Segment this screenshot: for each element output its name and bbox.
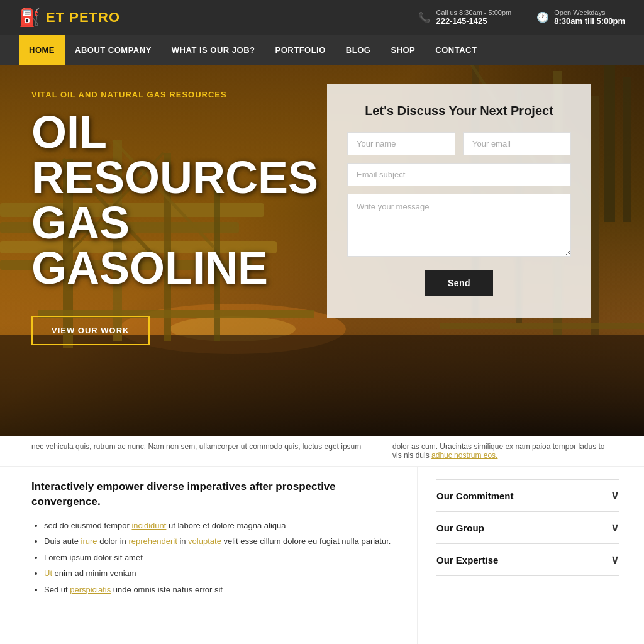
svg-rect-25	[440, 323, 644, 329]
accordion-item-group[interactable]: Our Group ∨	[436, 512, 619, 544]
phone-label: Call us 8:30am - 5:00pm	[436, 9, 511, 16]
phone-number: 222-145-1425	[436, 16, 511, 26]
subject-row	[347, 163, 571, 186]
nav-item-job[interactable]: WHAT IS OUR JOB?	[162, 35, 265, 65]
phone-info: 📞 Call us 8:30am - 5:00pm 222-145-1425	[418, 9, 511, 26]
logo-icon: ⛽	[19, 9, 41, 26]
logo: ⛽ ET PETRO	[19, 9, 120, 26]
hero-content: VITAL OIL AND NATURAL GAS RESOURCES OIL …	[0, 65, 327, 370]
send-button[interactable]: Send	[425, 270, 493, 296]
list-item: sed do eiusmod tempor incididunt ut labo…	[44, 519, 392, 532]
nav-item-contact[interactable]: CONTACT	[425, 35, 487, 65]
message-textarea[interactable]	[347, 194, 571, 257]
form-name-email-row	[347, 132, 571, 155]
hero-title: OIL RESOURCES GAS GASOLINE	[31, 109, 302, 291]
view-our-work-button[interactable]: VIEW OUR WORK	[31, 316, 150, 345]
clock-icon: 🕐	[536, 11, 549, 23]
lorem-link[interactable]: adhuc nostrum eos.	[431, 451, 497, 460]
contact-form-heading: Let's Discuss Your Next Project	[347, 104, 571, 118]
lower-left: Interactively empower diverse imperative…	[0, 467, 418, 644]
top-bar: ⛽ ET PETRO 📞 Call us 8:30am - 5:00pm 222…	[0, 0, 644, 35]
list-link-2c[interactable]: voluptate	[188, 536, 221, 546]
nav-item-blog[interactable]: BLOG	[336, 35, 381, 65]
contact-info: 📞 Call us 8:30am - 5:00pm 222-145-1425 🕐…	[418, 9, 625, 26]
list-link-2b[interactable]: reprehenderit	[128, 536, 177, 546]
lorem-cut-bar: nec vehicula quis, rutrum ac nunc. Nam n…	[0, 436, 644, 467]
lower-right: Our Commitment ∨ Our Group ∨ Our Experti…	[418, 467, 644, 644]
hours-label: Open Weekdays	[554, 9, 625, 16]
accordion-title-group: Our Group	[436, 523, 484, 533]
accordion-item-commitment[interactable]: Our Commitment ∨	[436, 479, 619, 512]
accordion-title-expertise: Our Expertise	[436, 555, 498, 565]
hero-subtitle: VITAL OIL AND NATURAL GAS RESOURCES	[31, 90, 302, 99]
list-item: Ut enim ad minim veniam	[44, 567, 392, 580]
logo-text: ET PETRO	[46, 9, 120, 26]
main-paragraph-heading: Interactively empower diverse imperative…	[31, 479, 392, 509]
lorem-text-right: dolor as cum. Uracintas similique ex nam…	[386, 442, 613, 460]
phone-icon: 📞	[418, 11, 431, 23]
list-link-5[interactable]: perspiciatis	[70, 585, 111, 594]
accordion-item-expertise[interactable]: Our Expertise ∨	[436, 544, 619, 576]
list-link-4[interactable]: Ut	[44, 569, 52, 578]
lorem-text-left: nec vehicula quis, rutrum ac nunc. Nam n…	[31, 442, 386, 460]
nav-item-portfolio[interactable]: PORTFOLIO	[265, 35, 336, 65]
list-item: Sed ut perspiciatis unde omnis iste natu…	[44, 584, 392, 596]
svg-rect-19	[591, 96, 599, 335]
contact-form-panel: Let's Discuss Your Next Project Send	[327, 84, 591, 318]
list-link-2a[interactable]: irure	[81, 536, 97, 546]
lower-section: Interactively empower diverse imperative…	[0, 467, 644, 644]
svg-rect-23	[623, 77, 631, 222]
navbar: HOME ABOUT COMPANY WHAT IS OUR JOB? PORT…	[0, 35, 644, 65]
bullet-list: sed do eiusmod tempor incididunt ut labo…	[31, 519, 392, 596]
hours-info: 🕐 Open Weekdays 8:30am till 5:00pm	[536, 9, 625, 26]
subject-input[interactable]	[347, 163, 571, 186]
chevron-down-icon: ∨	[611, 489, 619, 502]
accordion-title-commitment: Our Commitment	[436, 491, 514, 501]
message-row	[347, 194, 571, 259]
chevron-down-icon: ∨	[611, 521, 619, 535]
nav-item-about[interactable]: ABOUT COMPANY	[65, 35, 162, 65]
nav-item-home[interactable]: HOME	[19, 35, 65, 65]
name-input[interactable]	[347, 132, 455, 155]
hero-section: VITAL OIL AND NATURAL GAS RESOURCES OIL …	[0, 65, 644, 436]
svg-rect-22	[604, 65, 615, 222]
list-item: Lorem ipsum dolor sit amet	[44, 552, 392, 564]
email-input[interactable]	[463, 132, 571, 155]
hours-value: 8:30am till 5:00pm	[554, 16, 625, 26]
list-item: Duis aute irure dolor in reprehenderit i…	[44, 535, 392, 548]
list-link-1[interactable]: incididunt	[131, 521, 166, 530]
chevron-down-icon: ∨	[611, 553, 619, 567]
nav-item-shop[interactable]: SHOP	[380, 35, 425, 65]
